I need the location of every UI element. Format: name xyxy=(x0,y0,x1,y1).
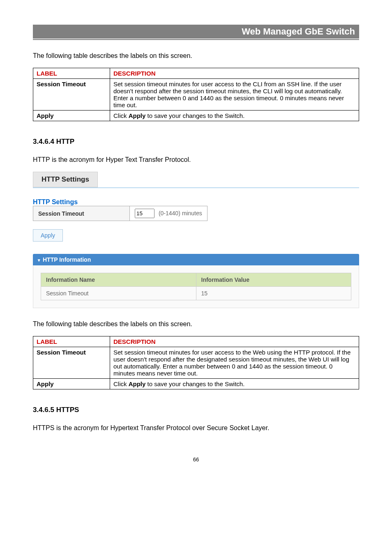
intro-text-2: The following table describes the labels… xyxy=(33,320,359,328)
table1-row1-label: Apply xyxy=(33,111,110,121)
session-timeout-suffix: (0-1440) minutes xyxy=(159,210,202,216)
table-row: Session Timeout Set session timeout minu… xyxy=(33,79,359,111)
http-settings-tab[interactable]: HTTP Settings xyxy=(33,172,98,187)
info-table-row-name: Session Timeout xyxy=(41,287,196,300)
table2-row1-desc-prefix: Click xyxy=(113,380,129,387)
table1-header-label: LABEL xyxy=(33,68,110,79)
table1-row0-desc: Set session timeout minutes for user acc… xyxy=(110,79,359,111)
table2-row0-label: Session Timeout xyxy=(33,347,110,379)
http-settings-section-title: HTTP Settings xyxy=(33,198,359,206)
section-heading-http: 3.4.6.4 HTTP xyxy=(33,138,359,146)
session-timeout-value-cell: (0-1440) minutes xyxy=(130,206,208,221)
table-row: Session Timeout 15 xyxy=(41,287,351,300)
session-timeout-input[interactable] xyxy=(135,209,154,218)
settings-divider xyxy=(33,187,359,188)
http-info-table: Information Name Information Value Sessi… xyxy=(41,273,351,300)
session-timeout-label: Session Timeout xyxy=(33,206,130,221)
info-table-header-name: Information Name xyxy=(41,273,196,287)
table-row: Apply Click Apply to save your changes t… xyxy=(33,379,359,389)
http-settings-box: Session Timeout (0-1440) minutes xyxy=(33,206,208,221)
table1-row1-desc: Click Apply to save your changes to the … xyxy=(110,111,359,121)
label-description-table-2: LABEL DESCRIPTION Session Timeout Set se… xyxy=(33,336,359,389)
header-underline xyxy=(33,39,359,40)
https-intro-text: HTTPS is the acronym for Hypertext Trans… xyxy=(33,424,359,432)
http-info-panel-header[interactable]: ▾HTTP Information xyxy=(33,254,359,265)
info-table-row-value: 15 xyxy=(196,287,351,300)
table2-row0-desc: Set session timeout minutes for user acc… xyxy=(110,347,359,379)
table2-row1-desc: Click Apply to save your changes to the … xyxy=(110,379,359,389)
page-header-bar: Web Managed GbE Switch xyxy=(33,25,359,39)
table2-row1-desc-suffix: to save your changes to the Switch. xyxy=(145,380,244,387)
http-intro-text: HTTP is the acronym for Hyper Text Trans… xyxy=(33,156,359,164)
table1-row1-desc-suffix: to save your changes to the Switch. xyxy=(145,112,244,119)
label-description-table-1: LABEL DESCRIPTION Session Timeout Set se… xyxy=(33,68,359,121)
table-row: Apply Click Apply to save your changes t… xyxy=(33,111,359,121)
table2-row1-desc-bold: Apply xyxy=(129,380,146,387)
table1-row1-desc-bold: Apply xyxy=(129,112,146,119)
http-settings-tab-container: HTTP Settings xyxy=(33,172,359,187)
table-row: Session Timeout Set session timeout minu… xyxy=(33,347,359,379)
page-header-title: Web Managed GbE Switch xyxy=(242,26,355,37)
table2-header-label: LABEL xyxy=(33,336,110,347)
table2-row1-label: Apply xyxy=(33,379,110,389)
http-info-panel: ▾HTTP Information Information Name Infor… xyxy=(33,254,359,308)
info-table-header-value: Information Value xyxy=(196,273,351,287)
table1-header-description: DESCRIPTION xyxy=(110,68,359,79)
table1-row1-desc-prefix: Click xyxy=(113,112,129,119)
apply-button[interactable]: Apply xyxy=(33,229,63,242)
page-number: 66 xyxy=(33,456,359,463)
intro-text-1: The following table describes the labels… xyxy=(33,52,359,60)
section-heading-https: 3.4.6.5 HTTPS xyxy=(33,406,359,414)
chevron-down-icon: ▾ xyxy=(38,258,40,263)
table2-header-description: DESCRIPTION xyxy=(110,336,359,347)
table1-row0-label: Session Timeout xyxy=(33,79,110,111)
info-panel-title: HTTP Information xyxy=(43,256,91,263)
http-info-panel-body: Information Name Information Value Sessi… xyxy=(33,265,359,308)
